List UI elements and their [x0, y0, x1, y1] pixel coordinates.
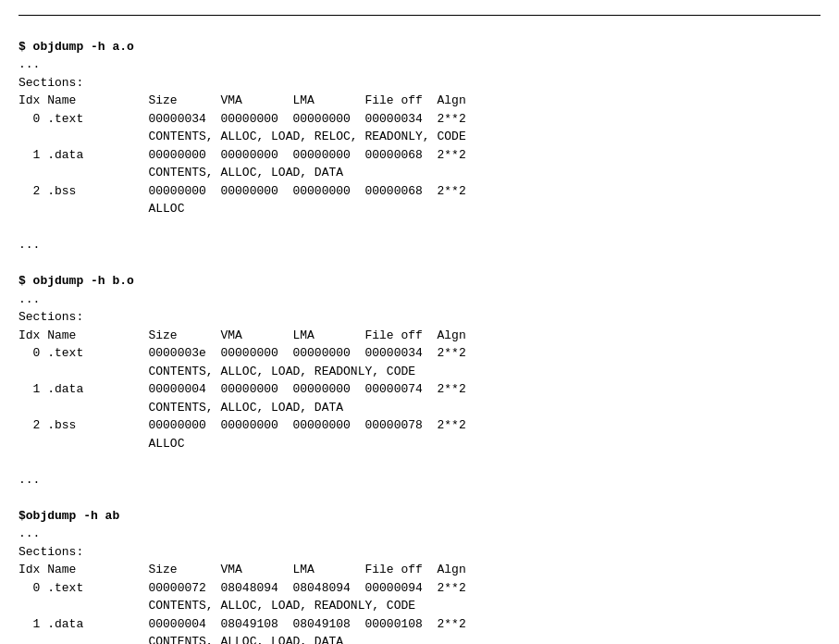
text-section-ab: 0 .text 00000072 08048094 08048094 00000… [19, 581, 466, 595]
bss-flags-ao: ALLOC [19, 202, 184, 216]
ellipsis-bo-2: ... [19, 473, 40, 487]
command-ao: $ objdump -h a.o [19, 40, 134, 54]
ellipsis-ao-1: ... [19, 57, 40, 71]
text-section-bo: 0 .text 0000003e 00000000 00000000 00000… [19, 346, 466, 360]
header-ao: Idx Name Size VMA LMA File off Algn [19, 93, 466, 107]
ellipsis-bo-1: ... [19, 292, 40, 306]
text-flags-ao: CONTENTS, ALLOC, LOAD, RELOC, READONLY, … [19, 130, 466, 143]
bss-flags-bo: ALLOC [19, 437, 184, 451]
block-ab: $objdump -h ab ... Sections: Idx Name Si… [19, 489, 820, 644]
header-bo: Idx Name Size VMA LMA File off Algn [19, 328, 466, 342]
terminal-output: $ objdump -h a.o ... Sections: Idx Name … [19, 19, 820, 644]
top-divider [19, 15, 820, 16]
data-flags-bo: CONTENTS, ALLOC, LOAD, DATA [19, 401, 343, 415]
ellipsis-ao-2: ... [19, 238, 40, 252]
command-ab: $objdump -h ab [19, 509, 119, 523]
data-flags-ao: CONTENTS, ALLOC, LOAD, DATA [19, 166, 343, 180]
sections-label-bo: Sections: [19, 310, 83, 324]
text-section-ao: 0 .text 00000034 00000000 00000000 00000… [19, 112, 466, 126]
bss-section-bo: 2 .bss 00000000 00000000 00000000 000000… [19, 418, 466, 432]
block-ao: $ objdump -h a.o ... Sections: Idx Name … [19, 19, 820, 254]
text-flags-ab: CONTENTS, ALLOC, LOAD, READONLY, CODE [19, 599, 415, 613]
data-section-ao: 1 .data 00000000 00000000 00000000 00000… [19, 148, 466, 162]
sections-label-ao: Sections: [19, 76, 83, 90]
sections-label-ab: Sections: [19, 545, 83, 559]
header-ab: Idx Name Size VMA LMA File off Algn [19, 563, 466, 576]
text-flags-bo: CONTENTS, ALLOC, LOAD, READONLY, CODE [19, 365, 415, 378]
block-bo: $ objdump -h b.o ... Sections: Idx Name … [19, 254, 820, 489]
bss-section-ao: 2 .bss 00000000 00000000 00000000 000000… [19, 184, 466, 198]
data-section-bo: 1 .data 00000004 00000000 00000000 00000… [19, 382, 466, 396]
ellipsis-ab-1: ... [19, 526, 40, 540]
command-bo: $ objdump -h b.o [19, 274, 134, 288]
data-flags-ab: CONTENTS, ALLOC, LOAD, DATA [19, 635, 343, 644]
data-section-ab: 1 .data 00000004 08049108 08049108 00000… [19, 617, 466, 631]
